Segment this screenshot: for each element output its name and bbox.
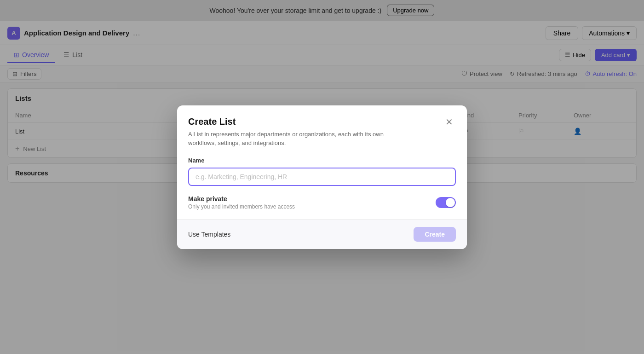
modal-footer: Use Templates Create bbox=[177, 219, 467, 249]
create-list-modal: Create List A List in represents major d… bbox=[177, 105, 467, 249]
modal-body: Name Make private Only you and invited m… bbox=[177, 148, 467, 219]
modal-close-button[interactable]: ✕ bbox=[443, 116, 456, 128]
make-private-info: Make private Only you and invited member… bbox=[188, 195, 295, 210]
create-button[interactable]: Create bbox=[414, 227, 456, 242]
toggle-knob bbox=[446, 198, 455, 207]
modal-title: Create List bbox=[188, 116, 409, 127]
modal-subtitle: A List in represents major departments o… bbox=[188, 130, 409, 148]
modal-overlay[interactable]: Create List A List in represents major d… bbox=[0, 0, 644, 354]
use-templates-button[interactable]: Use Templates bbox=[188, 231, 230, 238]
modal-header-content: Create List A List in represents major d… bbox=[188, 116, 409, 148]
name-field-label: Name bbox=[188, 157, 456, 164]
make-private-row: Make private Only you and invited member… bbox=[188, 195, 456, 210]
make-private-label: Make private bbox=[188, 195, 295, 203]
modal-header: Create List A List in represents major d… bbox=[177, 105, 467, 148]
make-private-sub: Only you and invited members have access bbox=[188, 203, 295, 210]
make-private-toggle[interactable] bbox=[436, 197, 456, 208]
list-name-input[interactable] bbox=[188, 168, 456, 186]
